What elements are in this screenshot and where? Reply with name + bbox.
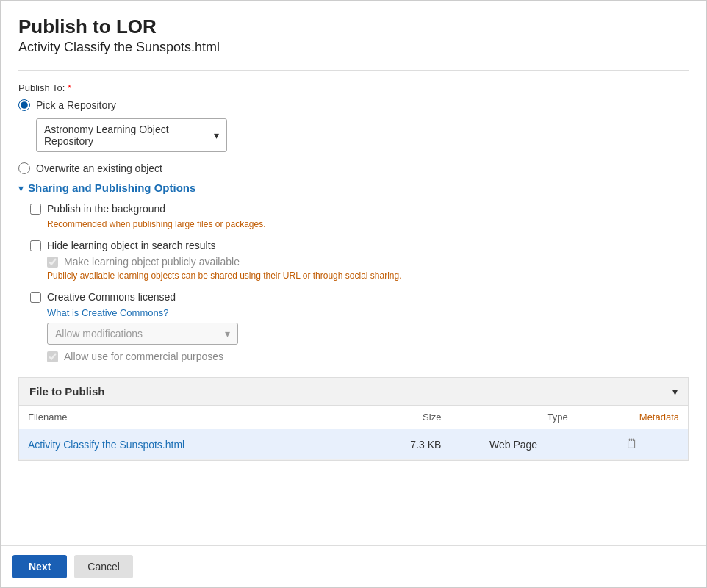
col-metadata: Metadata [577, 406, 688, 429]
publish-bg-row: Publish in the background [30, 203, 689, 215]
file-section-title: File to Publish [29, 385, 105, 398]
page-subtitle: Activity Classify the Sunspots.html [18, 40, 689, 55]
metadata-icon[interactable]: 🗒 [625, 437, 639, 451]
file-section-arrow-icon: ▾ [672, 386, 678, 398]
cc-licensed-row: Creative Commons licensed [30, 291, 689, 303]
col-type: Type [450, 406, 576, 429]
file-link[interactable]: Activity Classify the Sunspots.html [28, 439, 184, 451]
table-header-row: Filename Size Type Metadata [19, 406, 688, 429]
cc-licensed-label: Creative Commons licensed [47, 291, 176, 303]
repository-dropdown-arrow: ▾ [214, 129, 219, 141]
file-type-cell: Web Page [450, 429, 576, 460]
footer-bar: Next Cancel [1, 545, 706, 587]
cancel-button[interactable]: Cancel [74, 555, 133, 578]
radio-pick-repo-label: Pick a Repository [36, 99, 116, 111]
repository-dropdown-value: Astronomy Learning Object Repository [44, 123, 214, 147]
file-to-publish-section: File to Publish ▾ Filename Size Type Met… [18, 377, 689, 461]
publish-bg-hint: Recommended when publishing large files … [47, 219, 689, 229]
modifications-dropdown-arrow: ▾ [225, 328, 230, 340]
sharing-section: ▾ Sharing and Publishing Options Publish… [18, 182, 689, 362]
publish-bg-checkbox[interactable] [30, 204, 41, 215]
repository-dropdown[interactable]: Astronomy Learning Object Repository ▾ [36, 118, 227, 152]
sharing-header-arrow-icon: ▾ [18, 182, 24, 194]
publish-bg-label: Publish in the background [47, 203, 165, 215]
make-public-hint: Publicly available learning objects can … [47, 270, 689, 281]
commercial-label: Allow use for commercial purposes [64, 351, 223, 362]
make-public-label: Make learning object publicly available [64, 256, 240, 268]
radio-pick-repo-input[interactable] [18, 99, 30, 111]
publish-to-label: Publish To: * [18, 82, 689, 93]
table-row: Activity Classify the Sunspots.html 7.3 … [19, 429, 688, 460]
file-table: Filename Size Type Metadata Activity Cla… [19, 405, 688, 460]
file-metadata-cell: 🗒 [577, 429, 688, 460]
col-size: Size [356, 406, 451, 429]
file-section-header[interactable]: File to Publish ▾ [19, 378, 688, 405]
hide-search-row: Hide learning object in search results [30, 240, 689, 251]
cc-link[interactable]: What is Creative Commons? [47, 307, 689, 318]
file-size-cell: 7.3 KB [356, 429, 451, 460]
commercial-row: Allow use for commercial purposes [47, 351, 689, 362]
hide-search-checkbox[interactable] [30, 240, 41, 251]
section-divider [18, 70, 689, 71]
radio-overwrite-input[interactable] [18, 162, 30, 174]
make-public-row: Make learning object publicly available [47, 256, 689, 268]
file-name-cell: Activity Classify the Sunspots.html [19, 429, 356, 460]
sharing-header[interactable]: ▾ Sharing and Publishing Options [18, 182, 689, 194]
next-button[interactable]: Next [12, 555, 67, 578]
sharing-options: Publish in the background Recommended wh… [30, 203, 689, 362]
modifications-placeholder: Allow modifications [55, 328, 143, 340]
commercial-checkbox[interactable] [47, 351, 58, 362]
page-title: Publish to LOR [18, 15, 689, 38]
sharing-header-label: Sharing and Publishing Options [28, 182, 195, 194]
make-public-checkbox[interactable] [47, 257, 58, 268]
main-content: Publish to LOR Activity Classify the Sun… [1, 1, 706, 538]
modifications-dropdown[interactable]: Allow modifications ▾ [47, 323, 238, 345]
required-asterisk: * [68, 82, 71, 93]
cc-licensed-checkbox[interactable] [30, 292, 41, 303]
radio-overwrite[interactable]: Overwrite an existing object [18, 162, 689, 174]
hide-search-label: Hide learning object in search results [47, 240, 216, 251]
radio-overwrite-label: Overwrite an existing object [36, 162, 162, 174]
page-container: Publish to LOR Activity Classify the Sun… [0, 0, 707, 588]
radio-pick-repo[interactable]: Pick a Repository [18, 99, 689, 111]
col-filename: Filename [19, 406, 356, 429]
